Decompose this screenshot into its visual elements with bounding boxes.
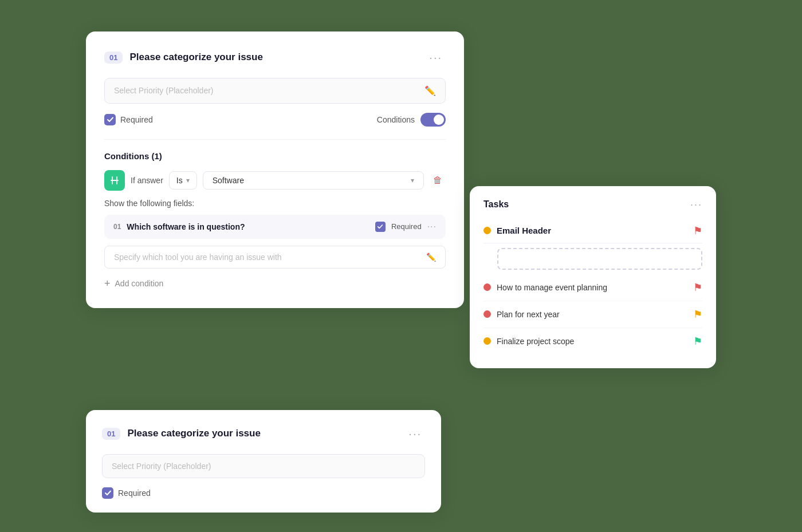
- task-row-2: Plan for next year ⚑: [483, 301, 702, 328]
- second-required-label: Required: [118, 488, 151, 498]
- tasks-menu-button[interactable]: ···: [690, 199, 702, 211]
- email-header-flag-icon: ⚑: [693, 224, 702, 237]
- sub-field-title: Which software is in question?: [127, 222, 369, 231]
- task-1-label: How to manage event planning: [497, 283, 687, 292]
- email-header-dot-icon: [483, 227, 491, 234]
- tool-placeholder-text: Specify which tool you are having an iss…: [114, 253, 282, 262]
- sub-field-row: 01 Which software is in question? Requir…: [104, 215, 446, 239]
- conditions-section-title: Conditions (1): [104, 151, 446, 161]
- edit-icon: ✏️: [424, 85, 436, 96]
- tasks-card: Tasks ··· Email Header ⚑ How to manage e…: [470, 186, 716, 368]
- task-1-dot-icon: [483, 283, 491, 291]
- if-answer-label: If answer: [131, 176, 163, 185]
- show-fields-label: Show the following fields:: [104, 199, 446, 208]
- second-step-badge: 01: [102, 428, 120, 440]
- dashed-drop-area: [497, 248, 702, 270]
- delete-condition-button[interactable]: 🗑: [430, 173, 446, 188]
- plus-icon: +: [104, 278, 111, 290]
- email-header-row: Email Header ⚑: [483, 219, 702, 243]
- second-form-card: 01 Please categorize your issue ··· Sele…: [86, 410, 441, 513]
- tasks-header: Tasks ···: [483, 199, 702, 211]
- software-option: Software: [213, 176, 244, 185]
- main-card-title: Please categorize your issue: [129, 52, 262, 63]
- main-form-card: 01 Please categorize your issue ··· Sele…: [86, 31, 464, 308]
- tool-placeholder-input[interactable]: Specify which tool you are having an iss…: [104, 246, 446, 269]
- required-checkbox[interactable]: [104, 114, 116, 125]
- task-2-label: Plan for next year: [497, 310, 687, 319]
- tool-edit-icon: ✏️: [426, 253, 436, 262]
- email-header-label: Email Header: [497, 226, 687, 235]
- software-select[interactable]: Software ▾: [203, 171, 424, 190]
- sub-field-menu-button[interactable]: ···: [427, 222, 437, 232]
- is-select[interactable]: Is ▾: [169, 171, 197, 190]
- priority-select-placeholder: Select Priority (Placeholder): [114, 86, 214, 95]
- second-card-header-left: 01 Please categorize your issue: [102, 428, 261, 440]
- sub-step-badge: 01: [113, 223, 121, 231]
- task-2-dot-icon: [483, 310, 491, 318]
- add-condition-button[interactable]: + Add condition: [104, 275, 163, 292]
- second-card-menu-button[interactable]: ···: [405, 426, 425, 442]
- task-3-dot-icon: [483, 337, 491, 345]
- sub-required-label: Required: [391, 222, 422, 231]
- step-badge: 01: [104, 52, 123, 64]
- condition-row: If answer Is ▾ Software ▾ 🗑: [104, 170, 446, 191]
- priority-select[interactable]: Select Priority (Placeholder) ✏️: [104, 78, 446, 104]
- second-required-group: Required: [102, 487, 425, 499]
- condition-icon: [104, 170, 125, 191]
- tasks-title: Tasks: [483, 199, 509, 210]
- task-2-flag-icon: ⚑: [693, 308, 702, 321]
- software-chevron-down-icon: ▾: [411, 176, 414, 184]
- required-conditions-row: Required Conditions: [104, 113, 446, 127]
- second-card-title: Please categorize your issue: [127, 428, 260, 439]
- main-card-header-left: 01 Please categorize your issue: [104, 52, 263, 64]
- conditions-label: Conditions: [377, 115, 415, 124]
- task-row-3: Finalize project scope ⚑: [483, 328, 702, 354]
- task-row-1: How to manage event planning ⚑: [483, 274, 702, 301]
- required-label: Required: [120, 115, 153, 124]
- task-3-label: Finalize project scope: [497, 337, 687, 346]
- main-card-header: 01 Please categorize your issue ···: [104, 50, 446, 65]
- add-condition-label: Add condition: [115, 279, 164, 288]
- second-priority-select[interactable]: Select Priority (Placeholder): [102, 454, 425, 478]
- required-group: Required: [104, 114, 153, 125]
- task-1-flag-icon: ⚑: [693, 281, 702, 294]
- is-chevron-down-icon: ▾: [186, 176, 190, 184]
- conditions-row: Conditions: [377, 113, 446, 127]
- second-required-checkbox[interactable]: [102, 487, 113, 499]
- second-priority-placeholder: Select Priority (Placeholder): [112, 462, 211, 471]
- sub-required-checkbox[interactable]: [375, 222, 386, 232]
- task-3-flag-icon: ⚑: [693, 335, 702, 348]
- conditions-section: Conditions (1) If answer Is ▾ Software ▾…: [104, 139, 446, 292]
- main-card-menu-button[interactable]: ···: [426, 50, 446, 65]
- is-option: Is: [176, 176, 183, 185]
- second-card-header: 01 Please categorize your issue ···: [102, 426, 425, 442]
- conditions-toggle[interactable]: [420, 113, 446, 127]
